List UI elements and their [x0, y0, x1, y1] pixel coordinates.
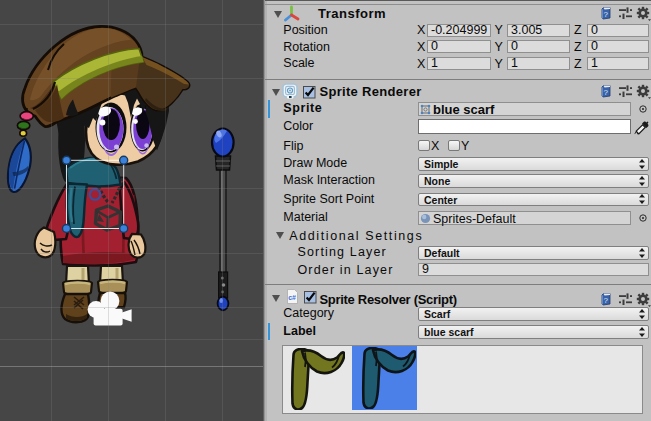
svg-text:c#: c# — [288, 294, 296, 301]
